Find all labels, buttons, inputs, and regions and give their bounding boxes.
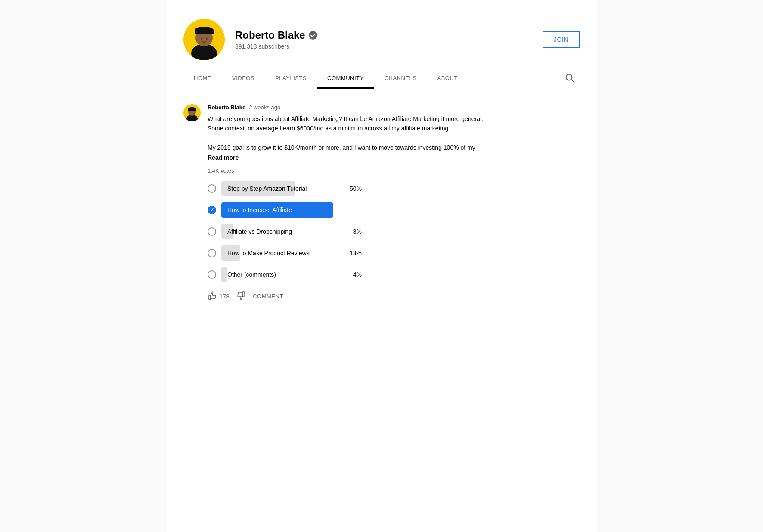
svg-rect-16 [243,292,245,296]
option-bar-3[interactable]: Affiliate vs Dropshipping 8% [221,224,368,239]
radio-option-3[interactable] [208,227,216,236]
page-container: Roberto Blake 391,313 subscribers JOIN H… [166,0,597,532]
post-text: What are your questions about Affiliate … [208,114,580,162]
post-meta: Roberto Blake 2 weeks ago [208,104,580,111]
svg-rect-14 [188,109,196,111]
option-5-pct: 4% [353,271,362,278]
subscriber-count: 391,313 subscribers [235,43,543,50]
community-post: Roberto Blake 2 weeks ago What are your … [183,104,580,312]
tab-videos[interactable]: VIDEOS [222,69,265,89]
channel-header: Roberto Blake 391,313 subscribers JOIN [183,9,580,67]
poll-options: Step by Step Amazon Tutorial 50% How to … [208,181,580,282]
option-bar-5[interactable]: Other (comments) 4% [221,267,368,282]
radio-option-4[interactable] [208,249,216,257]
thumbs-up-icon [208,291,217,302]
tab-community[interactable]: COMMUNITY [317,69,374,89]
svg-point-5 [201,38,202,40]
tab-about[interactable]: ABOUT [427,69,468,89]
option-bar-1[interactable]: Step by Step Amazon Tutorial 50% [221,181,368,196]
verified-icon [309,31,317,40]
channel-nav: HOME VIDEOS PLAYLISTS COMMUNITY CHANNELS… [183,67,580,90]
option-bar-4[interactable]: How to Make Product Reviews 13% [221,245,368,261]
like-count: 178 [220,293,230,300]
radio-option-1[interactable] [208,184,216,193]
svg-rect-15 [209,295,211,300]
tab-channels[interactable]: CHANNELS [374,69,427,89]
channel-avatar [183,19,225,60]
poll-option-5: Other (comments) 4% [208,267,580,282]
option-1-pct: 50% [350,185,362,192]
join-button[interactable]: JOIN [543,31,580,48]
svg-line-9 [571,80,574,82]
thumbs-down-icon [236,291,246,302]
like-button[interactable]: 178 [208,291,230,302]
channel-info: Roberto Blake 391,313 subscribers [235,29,543,50]
svg-rect-4 [195,30,214,34]
option-3-pct: 8% [353,228,362,235]
tab-home[interactable]: HOME [183,69,222,89]
option-bar-2[interactable]: How to Increase Affiliate [221,202,333,218]
post-author: Roberto Blake [208,104,245,111]
radio-option-5[interactable] [208,270,216,279]
read-more-link[interactable]: Read more [208,154,239,161]
post-avatar [183,104,201,121]
comment-button[interactable]: COMMENT [253,293,283,300]
post-text-line2: Some context, on average I earn $6000/mo… [208,125,450,132]
dislike-button[interactable] [236,291,246,302]
svg-point-6 [206,38,208,40]
post-text-line1: What are your questions about Affiliate … [208,115,483,122]
poll-option-4: How to Make Product Reviews 13% [208,245,580,261]
vote-count: 1.4K votes [208,167,580,174]
channel-name-row: Roberto Blake [235,29,543,41]
post-actions: 178 COMMENT [208,291,580,302]
post-content: Roberto Blake 2 weeks ago What are your … [208,104,580,302]
poll-option-2: How to Increase Affiliate [208,202,580,218]
option-4-label: How to Make Product Reviews [227,250,310,257]
option-2-label: How to Increase Affiliate [227,207,292,213]
search-icon[interactable] [560,67,580,90]
radio-option-2[interactable] [208,206,216,214]
poll-option-1: Step by Step Amazon Tutorial 50% [208,181,580,196]
poll-option-3: Affiliate vs Dropshipping 8% [208,224,580,239]
svg-point-7 [309,31,317,40]
option-1-label: Step by Step Amazon Tutorial [227,185,307,192]
comment-label: COMMENT [253,293,283,300]
option-5-label: Other (comments) [227,271,276,278]
option-3-label: Affiliate vs Dropshipping [227,228,292,235]
post-time: 2 weeks ago [249,104,280,111]
option-4-pct: 13% [350,250,362,257]
tab-playlists[interactable]: PLAYLISTS [265,69,317,89]
post-text-line3: My 2019 goal is to grow it to $10K/month… [208,144,475,151]
channel-name: Roberto Blake [235,29,305,41]
